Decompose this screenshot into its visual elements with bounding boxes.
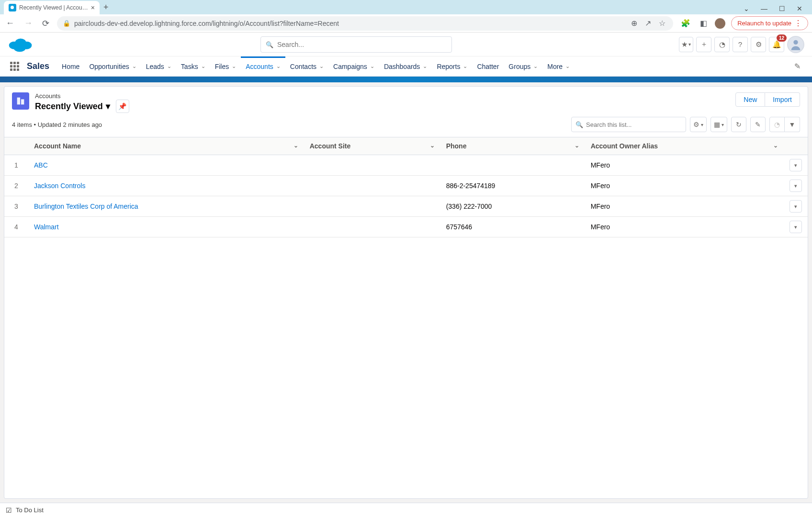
nav-tab-home[interactable]: Home: [57, 56, 84, 76]
tab-title: Recently Viewed | Accounts | Sal: [19, 4, 88, 11]
chevron-down-icon[interactable]: ⌄: [232, 63, 236, 69]
account-link[interactable]: ABC: [34, 161, 48, 169]
col-owner-alias[interactable]: Account Owner Alias⌄: [585, 137, 784, 155]
chevron-down-icon[interactable]: ⌄: [319, 63, 324, 69]
address-bar[interactable]: 🔒 pairclouds-dev-ed.develop.lightning.fo…: [57, 16, 673, 31]
nav-tab-chatter[interactable]: Chatter: [472, 56, 504, 76]
new-tab-button[interactable]: +: [100, 0, 113, 14]
relaunch-button[interactable]: Relaunch to update ⋮: [731, 16, 808, 30]
chevron-down-icon[interactable]: ⌄: [370, 63, 374, 69]
close-window-icon[interactable]: ✕: [793, 3, 806, 14]
chevron-down-icon[interactable]: ⌄: [463, 63, 467, 69]
salesforce-logo[interactable]: [8, 35, 34, 54]
row-number: 1: [4, 155, 28, 176]
list-search[interactable]: [571, 117, 686, 132]
cell-account-site: [304, 217, 440, 237]
cell-phone: 886-2-25474189: [440, 176, 585, 196]
chrome-profile-avatar[interactable]: [715, 18, 725, 29]
global-search-input[interactable]: [277, 41, 447, 48]
row-actions-button[interactable]: ▾: [789, 200, 802, 213]
import-button[interactable]: Import: [765, 92, 800, 107]
chevron-down-icon[interactable]: ⌄: [773, 142, 778, 149]
chevron-down-icon[interactable]: ⌄: [201, 63, 205, 69]
nav-tab-accounts[interactable]: Accounts⌄: [241, 56, 285, 76]
tabs-dropdown-icon[interactable]: ⌄: [740, 3, 753, 14]
row-actions-button[interactable]: ▾: [789, 221, 802, 233]
chevron-down-icon[interactable]: ⌄: [565, 63, 570, 69]
col-account-name[interactable]: Account Name⌄: [28, 137, 304, 155]
list-view-picker[interactable]: Recently Viewed ▾ 📌: [35, 100, 129, 113]
chart-button[interactable]: ◔: [769, 117, 785, 132]
close-tab-icon[interactable]: ×: [91, 4, 95, 11]
list-view-card: Accounts Recently Viewed ▾ 📌 New Import …: [4, 86, 808, 499]
filter-button[interactable]: ▼: [785, 117, 800, 132]
chevron-down-icon[interactable]: ⌄: [430, 142, 435, 149]
table-row: 1ABCMFero▾: [4, 155, 808, 176]
nav-tab-campaigns[interactable]: Campaigns⌄: [328, 56, 379, 76]
zoom-icon[interactable]: ⊕: [629, 18, 639, 29]
chrome-menu-icon[interactable]: ⋮: [794, 19, 802, 28]
list-status-text: 4 items • Updated 2 minutes ago: [12, 121, 102, 128]
account-link[interactable]: Burlington Textiles Corp of America: [34, 202, 138, 210]
account-link[interactable]: Jackson Controls: [34, 182, 85, 190]
row-actions-button[interactable]: ▾: [789, 180, 802, 192]
svg-point-4: [793, 40, 798, 44]
app-launcher-button[interactable]: [6, 56, 23, 76]
global-actions-button[interactable]: ＋: [696, 37, 711, 52]
back-button[interactable]: ←: [4, 16, 16, 30]
refresh-button[interactable]: ↻: [731, 117, 746, 132]
nav-tab-reports[interactable]: Reports⌄: [432, 56, 472, 76]
nav-tab-tasks[interactable]: Tasks⌄: [176, 56, 210, 76]
list-search-input[interactable]: [586, 121, 682, 128]
nav-tab-leads[interactable]: Leads⌄: [141, 56, 176, 76]
sidepanel-icon[interactable]: ◧: [698, 18, 709, 29]
setup-gear-icon[interactable]: ⚙: [751, 37, 766, 52]
grid-icon: [10, 62, 19, 71]
col-phone[interactable]: Phone⌄: [440, 137, 585, 155]
share-icon[interactable]: ↗: [643, 18, 653, 29]
chevron-down-icon[interactable]: ⌄: [132, 63, 136, 69]
minimize-window-icon[interactable]: —: [757, 3, 771, 14]
browser-tab[interactable]: Recently Viewed | Accounts | Sal ×: [4, 1, 100, 14]
chevron-down-icon[interactable]: ⌄: [276, 63, 281, 69]
edit-nav-icon[interactable]: ✎: [789, 62, 806, 71]
nav-tab-dashboards[interactable]: Dashboards⌄: [379, 56, 432, 76]
inline-edit-button[interactable]: ✎: [750, 117, 766, 132]
row-actions-button[interactable]: ▾: [789, 159, 802, 171]
nav-tab-files[interactable]: Files⌄: [210, 56, 241, 76]
extensions-icon[interactable]: 🧩: [679, 18, 692, 29]
notifications-button[interactable]: 🔔12: [769, 37, 784, 52]
cell-phone: [440, 155, 585, 176]
pin-list-button[interactable]: 📌: [116, 100, 129, 113]
table-row: 2Jackson Controls886-2-25474189MFero▾: [4, 176, 808, 196]
account-object-icon: [12, 92, 29, 110]
help-button[interactable]: ?: [733, 37, 748, 52]
chevron-down-icon[interactable]: ⌄: [533, 63, 538, 69]
nav-tab-contacts[interactable]: Contacts⌄: [285, 56, 328, 76]
cell-actions: ▾: [784, 176, 808, 196]
content-area: Accounts Recently Viewed ▾ 📌 New Import …: [0, 82, 812, 503]
col-account-site[interactable]: Account Site⌄: [304, 137, 440, 155]
nav-tab-more[interactable]: More⌄: [542, 56, 575, 76]
global-search[interactable]: [260, 36, 452, 53]
reload-button[interactable]: ⟳: [40, 16, 51, 31]
nav-tab-opportunities[interactable]: Opportunities⌄: [84, 56, 141, 76]
nav-tab-groups[interactable]: Groups⌄: [504, 56, 542, 76]
user-avatar[interactable]: [787, 36, 804, 53]
forward-button[interactable]: →: [22, 16, 34, 30]
chevron-down-icon[interactable]: ⌄: [575, 142, 579, 149]
todo-icon[interactable]: ☑: [6, 506, 12, 514]
list-controls-gear-icon[interactable]: ⚙▾: [690, 117, 707, 132]
todo-list-button[interactable]: To Do List: [16, 506, 44, 514]
display-as-button[interactable]: ▦▾: [710, 117, 727, 132]
maximize-window-icon[interactable]: ☐: [775, 3, 789, 14]
chevron-down-icon[interactable]: ⌄: [293, 142, 298, 149]
chevron-down-icon[interactable]: ⌄: [167, 63, 171, 69]
account-link[interactable]: Walmart: [34, 223, 59, 231]
bookmark-icon[interactable]: ☆: [657, 18, 667, 29]
guidance-center-button[interactable]: ◔: [714, 37, 730, 52]
favorites-button[interactable]: ★▾: [679, 37, 693, 52]
chevron-down-icon[interactable]: ⌄: [423, 63, 427, 69]
utility-bar: ☑ To Do List: [0, 503, 812, 517]
new-button[interactable]: New: [735, 92, 765, 107]
